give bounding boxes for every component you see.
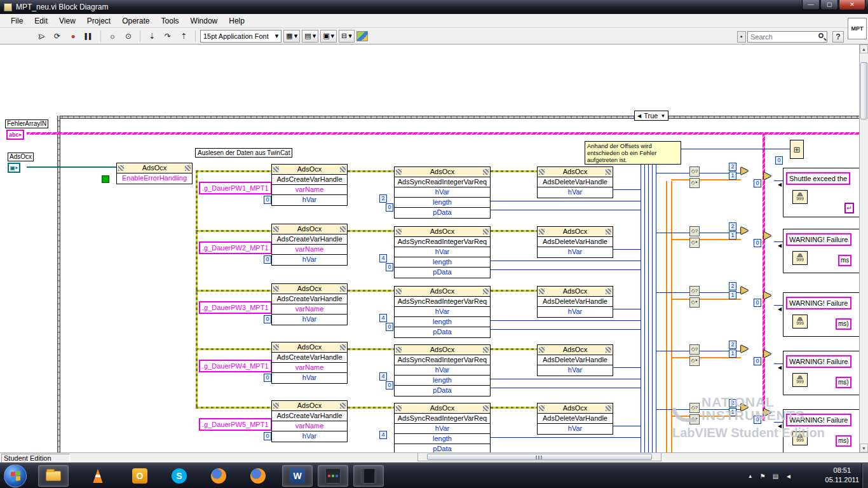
variable-name-constant[interactable]: .g_DauerPW3_MPT1 — [199, 301, 272, 314]
compare-node-icon[interactable]: ▶ — [764, 170, 771, 180]
run-continuous-button[interactable]: ⟳ — [50, 29, 64, 43]
step-over-button[interactable]: ↷ — [161, 29, 175, 43]
compare-node-icon[interactable]: ▶ — [764, 290, 771, 299]
search-expand-button[interactable]: ‣ — [737, 31, 746, 43]
select-node[interactable]: ◇‣ — [689, 238, 700, 248]
numeric-constant[interactable]: 1 — [729, 349, 736, 358]
select-node[interactable]: ◇‣ — [689, 178, 700, 188]
close-button[interactable]: ✕ — [839, 0, 865, 10]
vertical-scrollbar[interactable]: ▲ ▼ — [859, 44, 868, 452]
ads-create-var-handle-node[interactable]: AdsOcx AdsCreateVarHandle varName hVar — [271, 283, 348, 325]
numeric-constant[interactable]: 0 — [386, 203, 393, 212]
select-node[interactable]: ◇? — [689, 166, 700, 177]
distribute-objects-dropdown[interactable]: ▤ ▾ — [302, 30, 318, 43]
menu-window[interactable]: Window — [185, 15, 224, 27]
minimize-button[interactable]: — — [802, 0, 820, 10]
reorder-dropdown[interactable]: ⊟ ▾ — [339, 30, 355, 43]
search-icon[interactable] — [818, 33, 826, 41]
maximize-button[interactable]: ▢ — [820, 0, 838, 10]
fehler-array-label[interactable]: FehlerArrayIN — [5, 119, 48, 128]
show-desktop-button[interactable] — [862, 463, 868, 488]
start-button[interactable] — [4, 464, 27, 487]
numeric-constant[interactable]: 0 — [264, 432, 271, 440]
taskbar-clock[interactable]: 08:51 05.11.2011 — [825, 466, 859, 485]
context-help-button[interactable]: ? — [832, 31, 844, 43]
search-input[interactable] — [747, 31, 827, 43]
numeric-constant[interactable]: 1 — [729, 291, 736, 299]
pause-button[interactable]: ▌▌ — [82, 29, 96, 43]
hidden-icons-button[interactable]: ▲ — [748, 473, 753, 479]
comment-offsets[interactable]: Anhand der Offsets wird entschieden ob e… — [585, 141, 681, 165]
warning-string-constant[interactable]: WARNING! Failure — [786, 297, 851, 309]
select-node[interactable]: ◇‣ — [689, 356, 700, 366]
step-into-button[interactable]: ⇣ — [145, 29, 159, 43]
menu-help[interactable]: Help — [223, 15, 250, 27]
step-out-button[interactable]: ⇡ — [177, 29, 191, 43]
ms-string-constant[interactable]: ms) — [836, 318, 851, 330]
run-button[interactable]: ➤ — [34, 29, 48, 43]
numeric-constant[interactable]: 2 — [729, 222, 736, 231]
menu-file[interactable]: File — [5, 15, 29, 27]
ads-create-var-handle-node[interactable]: AdsOcx AdsCreateVarHandle varName hVar — [271, 164, 348, 206]
ads-sync-read-node[interactable]: AdsOcx AdsSyncReadIntegerVarReq hVar len… — [394, 226, 491, 278]
volume-icon[interactable]: ◄ — [785, 473, 792, 480]
numeric-constant[interactable]: 1 — [729, 172, 736, 180]
length-constant[interactable]: 2 — [379, 194, 387, 203]
taskbar-firefox-button[interactable] — [203, 465, 234, 487]
compare-node-icon[interactable]: ▶ — [741, 165, 749, 175]
variable-name-constant[interactable]: .g_DauerPW2_MPT1 — [199, 241, 272, 254]
case-prev-icon[interactable]: ◀ — [637, 113, 641, 119]
numeric-constant[interactable]: 0 — [264, 315, 271, 323]
menu-project[interactable]: Project — [81, 15, 116, 27]
select-node[interactable]: ◇? — [689, 286, 700, 296]
menu-view[interactable]: View — [53, 15, 81, 27]
array-node[interactable]: ⊞ — [790, 140, 804, 159]
wait-ms-node[interactable]: 999 — [792, 373, 808, 387]
ads-delete-var-handle-node[interactable]: AdsOcx AdsDeleteVarHandle hVar — [537, 344, 613, 376]
highlight-execution-button[interactable]: ☼ — [105, 29, 119, 43]
select-node[interactable]: ◇? — [689, 226, 700, 236]
ads-create-var-handle-node[interactable]: AdsOcx AdsCreateVarHandle varName hVar — [271, 224, 348, 266]
numeric-constant[interactable]: 2 — [729, 282, 736, 290]
length-constant[interactable]: 4 — [379, 314, 387, 322]
numeric-constant[interactable]: 0 — [386, 381, 393, 390]
ads-sync-read-node[interactable]: AdsOcx AdsSyncReadIntegerVarReq hVar len… — [394, 344, 491, 396]
horizontal-scrollbar-thumb[interactable] — [427, 454, 652, 460]
ms-string-constant[interactable]: ms) — [836, 377, 851, 388]
action-center-icon[interactable]: ⚑ — [760, 473, 766, 480]
vi-icon-badge[interactable]: MPT — [848, 18, 867, 39]
taskbar-explorer-button[interactable] — [38, 465, 69, 487]
warning-string-constant[interactable]: Shuttle exceed the — [786, 172, 850, 185]
numeric-constant[interactable]: 0 — [264, 374, 271, 382]
taskbar-vlc-button[interactable] — [83, 465, 113, 487]
taskbar-media-button[interactable] — [318, 465, 348, 487]
align-objects-dropdown[interactable]: ▦ ▾ — [283, 30, 300, 43]
ads-sync-read-node[interactable]: AdsOcx AdsSyncReadIntegerVarReq hVar len… — [394, 403, 491, 452]
menu-edit[interactable]: Edit — [29, 15, 53, 27]
length-constant[interactable]: 4 — [379, 254, 387, 262]
variable-name-constant[interactable]: .g_DauerPW4_MPT1 — [199, 360, 272, 372]
ads-sync-read-node[interactable]: AdsOcx AdsSyncReadIntegerVarReq hVar len… — [394, 166, 491, 219]
numeric-constant[interactable]: 0 — [386, 263, 393, 271]
fehler-array-terminal[interactable]: abc ▸ — [6, 130, 24, 140]
taskbar-movie-maker-button[interactable] — [353, 465, 384, 487]
compare-node-icon[interactable]: ▶ — [741, 225, 749, 234]
ads-delete-var-handle-node[interactable]: AdsOcx AdsDeleteVarHandle hVar — [537, 166, 613, 198]
horizontal-scrollbar[interactable] — [417, 452, 661, 461]
adsocx-terminal-label[interactable]: AdsOcx — [8, 152, 34, 161]
select-node[interactable]: ◇‣ — [689, 297, 700, 308]
numeric-constant[interactable]: 2 — [729, 341, 736, 349]
compare-node-icon[interactable]: ▶ — [764, 348, 771, 358]
ads-delete-var-handle-node[interactable]: AdsOcx AdsDeleteVarHandle hVar — [537, 286, 613, 318]
numeric-constant[interactable]: 0 — [386, 323, 393, 331]
numeric-constant[interactable]: 1 — [729, 231, 736, 240]
ads-delete-var-handle-node[interactable]: AdsOcx AdsDeleteVarHandle hVar — [537, 226, 613, 258]
numeric-constant[interactable]: 2 — [729, 163, 736, 171]
warning-string-constant[interactable]: WARNING! Failure — [786, 355, 851, 368]
numeric-constant[interactable]: 0 — [754, 357, 761, 365]
font-selector[interactable]: 15pt Application Font ▾ — [200, 30, 281, 43]
compare-node-icon[interactable]: ▶ — [764, 230, 771, 240]
vertical-scrollbar-thumb[interactable] — [860, 62, 867, 119]
variable-name-constant[interactable]: .g_DauerPW5_MPT1 — [199, 418, 272, 431]
numeric-constant[interactable]: 0 — [754, 179, 761, 187]
